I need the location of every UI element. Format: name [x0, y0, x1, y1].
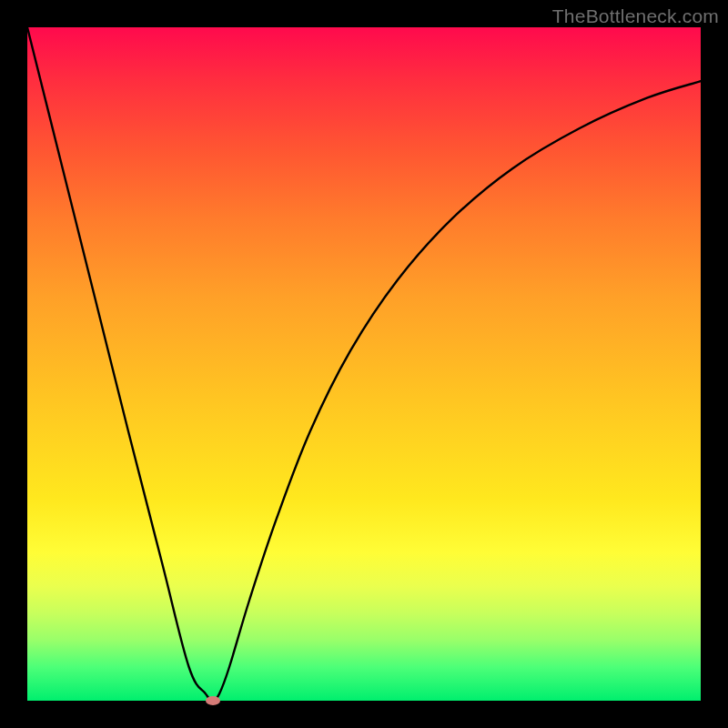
watermark-text: TheBottleneck.com [552, 5, 719, 27]
minimum-point-marker [206, 696, 220, 705]
bottleneck-curve [27, 27, 701, 701]
chart-plot-area [27, 27, 701, 701]
bottleneck-curve-path [27, 27, 701, 701]
